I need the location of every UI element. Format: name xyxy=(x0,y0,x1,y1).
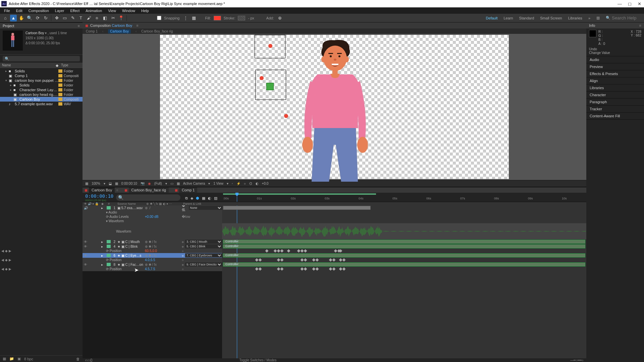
menu-composition[interactable]: Composition xyxy=(26,8,52,13)
zoom-tool[interactable]: 🔍 xyxy=(26,15,33,21)
camera-menu[interactable]: Active Camera xyxy=(183,182,205,185)
snap-opt-icon[interactable]: ⋮ xyxy=(182,15,189,21)
mouth-controller-handle[interactable] xyxy=(268,44,272,48)
roi-icon[interactable]: ▭ xyxy=(170,182,173,185)
timeline-row[interactable]: ◀ ◆ ▶⟳ Position4.0,6.5⟐ xyxy=(83,258,222,262)
mouth-controller-box[interactable] xyxy=(255,35,285,58)
loose-controller-dot[interactable] xyxy=(284,114,288,118)
timeline-row[interactable]: 🔊▸1▣ 5.7 exa….wav⊕ /�低 None xyxy=(83,205,222,210)
viewer-timecode[interactable]: 0:00:00:10 xyxy=(121,182,137,185)
reset-workspace-icon[interactable]: ▥ xyxy=(596,16,600,20)
workspace-learn[interactable]: Learn xyxy=(503,16,513,20)
views-menu[interactable]: 1 View xyxy=(213,182,223,185)
res-grid-icon[interactable]: ▦ xyxy=(115,182,118,185)
workspace-standard[interactable]: Standard xyxy=(519,16,534,20)
resolution-menu[interactable]: (Full) xyxy=(154,182,162,185)
puppet-tool[interactable]: 📍 xyxy=(118,15,124,21)
timeline-row[interactable]: Waveform xyxy=(83,223,222,239)
col-parent[interactable]: Parent & Link xyxy=(182,202,222,205)
workspace-libraries[interactable]: Libraries xyxy=(568,16,582,20)
anchor-tool[interactable]: ✥ xyxy=(53,15,60,21)
track-row[interactable]: Controller xyxy=(222,244,586,249)
selection-tool[interactable]: ▲ xyxy=(10,15,17,21)
add-button[interactable]: ⊕ xyxy=(276,15,283,21)
panel-content-aware-fill[interactable]: Content-Aware Fill xyxy=(586,113,644,120)
zoom-in-icon[interactable]: ⟐ xyxy=(582,358,584,362)
exposure-reset-icon[interactable]: ◐ xyxy=(256,182,259,185)
type-tool[interactable]: T xyxy=(77,15,84,21)
panel-tracker[interactable]: Tracker xyxy=(586,106,644,113)
minimize-button[interactable]: — xyxy=(618,1,622,6)
timeline-row[interactable]: 👁▸4★ ▣ C | Blink⊕ ✱ / fx⟐ 5. CBG | Blink xyxy=(83,244,222,249)
workspace-smallscreen[interactable]: Small Screen xyxy=(540,16,562,20)
info-panel-menu-icon[interactable]: ≡ xyxy=(639,23,641,27)
crumb-cartoon-boy[interactable]: Cartoon Boy xyxy=(108,29,131,34)
panel-audio[interactable]: Audio xyxy=(586,56,644,63)
toggle-switches-modes[interactable]: Toggle Switches / Modes xyxy=(239,358,277,362)
timeline-row[interactable]: ⟳ Audio Levels+0.00 dB�low xyxy=(83,215,222,219)
hand-tool[interactable]: ✋ xyxy=(18,15,25,21)
col-type-header[interactable]: Type xyxy=(61,63,80,68)
timeline-row[interactable]: ▾ Waveform xyxy=(83,219,222,223)
res-half-icon[interactable]: ⬓ xyxy=(109,182,112,185)
project-item[interactable]: ♪5.7 example quote.wavWAV xyxy=(0,102,83,106)
face-joystick-red[interactable] xyxy=(260,76,264,80)
panel-character[interactable]: Character xyxy=(586,92,644,99)
track-row[interactable]: Controller xyxy=(222,253,586,258)
panel-paragraph[interactable]: Paragraph xyxy=(586,99,644,106)
bpc-toggle[interactable]: 8 bpc xyxy=(24,357,33,361)
pen-tool[interactable]: ✎ xyxy=(69,15,76,21)
snapshot-icon[interactable]: 📷 xyxy=(141,182,145,185)
orbit-tool[interactable]: ⟳ xyxy=(34,15,41,21)
timeline-row[interactable]: 👁▸8★ ▣ C | Fac…on⊕ ✱ / fx⟐ 9. CBG | Face… xyxy=(83,262,222,267)
project-item[interactable]: ▾▣cartoon boy non puppet pin.aepFolder xyxy=(0,78,83,83)
track-row[interactable] xyxy=(222,267,586,271)
zoom-slider[interactable]: ━○━━ xyxy=(574,358,582,362)
new-folder-icon[interactable]: 📁 xyxy=(9,357,14,361)
track-row[interactable] xyxy=(222,258,586,262)
crumb-comp1[interactable]: Comp 1 xyxy=(86,29,98,33)
panel-preview[interactable]: Preview xyxy=(586,63,644,70)
composition-viewer[interactable] xyxy=(83,34,586,180)
snap-grid-icon[interactable]: ▦ xyxy=(191,15,197,21)
project-search-input[interactable] xyxy=(3,56,80,61)
project-item[interactable]: ▣Cartoon BoyCompositi xyxy=(0,97,83,102)
crumb-face-rig[interactable]: Cartoon Boy_face rig xyxy=(141,29,173,33)
info-panel-tab[interactable]: Info≡ xyxy=(586,22,644,28)
track-row[interactable]: Controller xyxy=(222,239,586,244)
exposure-value[interactable]: +0.0 xyxy=(262,182,269,185)
face-joystick-handle[interactable] xyxy=(266,83,274,90)
motion-blur-icon[interactable]: ◐ xyxy=(208,196,211,200)
draft3d-icon[interactable]: ◈ xyxy=(191,196,193,200)
roto-tool[interactable]: ✂ xyxy=(110,15,116,21)
panel-align[interactable]: Align xyxy=(586,77,644,84)
col-source-name[interactable]: Source Name xyxy=(116,202,145,205)
zoom-level[interactable]: 100% xyxy=(92,182,100,185)
project-item[interactable]: ▸■SolidsFolder xyxy=(0,83,83,87)
cartoon-boy-character[interactable] xyxy=(291,38,378,182)
frame-blend-icon[interactable]: ▦ xyxy=(202,196,205,200)
comp-panel-menu-icon[interactable]: ≡ xyxy=(136,23,138,27)
comp-mini-flowchart-icon[interactable]: ⧉ xyxy=(185,196,188,200)
current-time-indicator[interactable] xyxy=(237,193,237,202)
transparency-icon[interactable]: ▦ xyxy=(177,182,180,185)
panel-menu-icon[interactable]: ≡ xyxy=(78,24,80,28)
project-item[interactable]: ▸■SolidsFolder xyxy=(0,69,83,73)
workspace-default[interactable]: Default xyxy=(486,16,498,20)
fast-preview-icon[interactable]: ⚡ xyxy=(236,182,240,185)
shy-icon[interactable]: ⬢ xyxy=(196,196,199,200)
current-timecode[interactable]: 0:00:00:10 xyxy=(85,193,113,199)
rect-tool[interactable]: ▭ xyxy=(61,15,68,21)
project-item[interactable]: ▣Comp 1Compositi xyxy=(0,73,83,78)
timeline-row[interactable]: ◀ ◆ ▶⟳ Position4.5,7.5⟐ xyxy=(83,267,222,271)
fill-swatch[interactable] xyxy=(214,16,221,20)
home-button[interactable]: ⌂ xyxy=(2,15,9,21)
col-label-icon[interactable]: ◆ xyxy=(56,63,61,68)
stroke-px[interactable]: - px xyxy=(248,16,254,20)
stroke-swatch[interactable] xyxy=(238,16,245,20)
timeline-row[interactable]: 👁▸2★ ▣ C | Mouth⊕ ✱ / fx⟐ 3. CBG | Mouth xyxy=(83,239,222,244)
zoom-out-icon[interactable]: — xyxy=(570,358,574,362)
timeline-tab-comp1[interactable]: Comp 1 xyxy=(179,187,198,193)
flowchart-icon[interactable]: ⌬ xyxy=(249,182,252,185)
timeline-row[interactable]: 👁▸6★ ▣ C | Eye…s⊕ ✱ / fx⟐ 7. CBG | Eyebr… xyxy=(83,253,222,258)
